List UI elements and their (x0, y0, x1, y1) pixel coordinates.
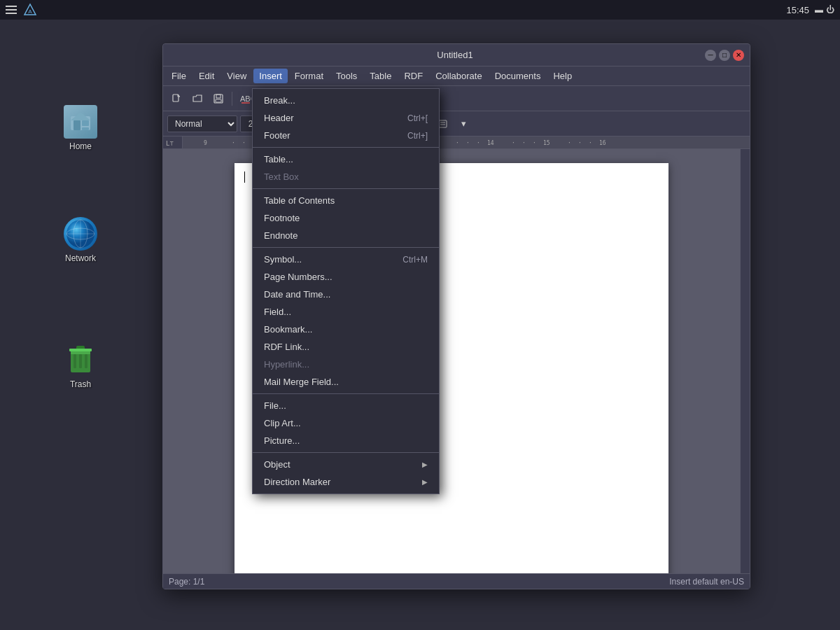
menu-edit[interactable]: Edit (193, 69, 220, 83)
menu-separator (253, 147, 439, 148)
desktop-icon-network[interactable]: Network (52, 217, 108, 263)
menu-item-footnote[interactable]: Footnote (253, 209, 439, 227)
svg-rect-5 (82, 127, 89, 130)
svg-text:·: · (242, 140, 246, 146)
svg-rect-18 (85, 354, 88, 368)
more-button[interactable]: ▾ (454, 115, 472, 133)
menu-item-footer[interactable]: FooterCtrl+] (253, 127, 439, 144)
svg-rect-15 (69, 349, 92, 351)
menu-item-label-break: Break... (264, 95, 295, 106)
menu-item-object[interactable]: Object▶ (253, 456, 439, 473)
menu-item-page_numbers[interactable]: Page Numbers... (253, 268, 439, 286)
window-maximize-button[interactable]: □ (719, 50, 730, 61)
menubar: File Edit View Insert Format Tools Table… (163, 66, 750, 86)
menu-collaborate[interactable]: Collaborate (430, 69, 488, 83)
menu-item-label-footer: Footer (264, 130, 290, 141)
new-doc-button[interactable] (167, 90, 186, 108)
svg-text:15: 15 (543, 140, 550, 146)
menu-insert[interactable]: Insert (253, 69, 288, 83)
menu-item-toc[interactable]: Table of Contents (253, 192, 439, 209)
trash-bin-icon (64, 343, 97, 377)
menu-item-mail_merge[interactable]: Mail Merge Field... (253, 373, 439, 391)
menu-item-clipart[interactable]: Clip Art... (253, 414, 439, 432)
menu-item-label-direction_marker: Direction Marker (264, 477, 330, 487)
menu-documents[interactable]: Documents (489, 69, 547, 83)
menu-item-datetime[interactable]: Date and Time... (253, 286, 439, 303)
menu-shortcut-footer: Ctrl+] (407, 131, 428, 141)
menu-item-break[interactable]: Break... (253, 92, 439, 109)
menu-item-picture[interactable]: Picture... (253, 432, 439, 449)
home-folder-icon (64, 105, 97, 139)
menu-help[interactable]: Help (547, 69, 578, 83)
svg-text:16: 16 (599, 140, 606, 146)
hamburger-menu-icon[interactable] (6, 6, 17, 14)
svg-text:A: A (28, 8, 32, 15)
open-doc-button[interactable] (188, 90, 206, 108)
menu-view[interactable]: View (221, 69, 252, 83)
network-status-icon: ▬ (815, 5, 823, 15)
document-area (163, 149, 750, 573)
svg-text:·: · (512, 140, 515, 146)
network-icon-label: Network (65, 253, 96, 263)
svg-text:·: · (578, 140, 582, 146)
menu-shortcut-symbol: Ctrl+M (402, 255, 428, 265)
svg-text:·: · (232, 140, 235, 146)
home-icon-label: Home (69, 141, 92, 151)
menu-item-symbol[interactable]: Symbol...Ctrl+M (253, 251, 439, 268)
svg-text:·: · (568, 140, 571, 146)
system-bar-right: 15:45 ▬ ⏻ (786, 5, 834, 15)
page-info: Page: 1/1 (169, 577, 204, 587)
submenu-arrow-icon-direction_marker: ▶ (422, 478, 428, 486)
menu-item-bookmark[interactable]: Bookmark... (253, 321, 439, 338)
vertical-scrollbar[interactable] (740, 149, 750, 573)
network-globe-icon (64, 217, 97, 251)
save-doc-button[interactable] (209, 90, 227, 108)
document-scroll[interactable] (163, 149, 740, 573)
menu-file[interactable]: File (166, 69, 192, 83)
menu-rdf[interactable]: RDF (398, 69, 428, 83)
menu-item-file[interactable]: File... (253, 397, 439, 414)
menu-item-label-file: File... (264, 400, 286, 411)
menu-item-label-table: Table... (264, 154, 293, 164)
window-title: Untitled1 (205, 50, 705, 60)
window-titlebar: Untitled1 ─ □ ✕ (163, 44, 750, 66)
window-minimize-button[interactable]: ─ (705, 50, 716, 61)
toolbar-separator-1 (232, 92, 232, 106)
formatbar: Normal 2 ▾ ▾ (163, 111, 750, 136)
menu-item-rdf_link[interactable]: RDF Link... (253, 338, 439, 356)
svg-text:·: · (466, 140, 470, 146)
menu-item-label-clipart: Clip Art... (264, 418, 301, 428)
menu-item-table[interactable]: Table... (253, 150, 439, 168)
system-bar-left: A (6, 2, 38, 18)
desktop-icon-trash[interactable]: Trash (52, 343, 108, 389)
toolbar: ABC Page Width ▾ R (163, 86, 750, 111)
menu-item-direction_marker[interactable]: Direction Marker▶ (253, 473, 439, 491)
menu-item-label-symbol: Symbol... (264, 254, 302, 265)
window-close-button[interactable]: ✕ (733, 50, 744, 61)
menu-format[interactable]: Format (289, 69, 329, 83)
svg-rect-23 (216, 99, 221, 102)
paragraph-style-select[interactable]: Normal (167, 115, 237, 132)
svg-text:ABC: ABC (240, 94, 251, 103)
menu-item-label-picture: Picture... (264, 435, 300, 446)
svg-rect-16 (74, 354, 76, 368)
menu-separator (253, 247, 439, 248)
power-icon: ⏻ (826, 5, 834, 15)
menu-item-label-textbox: Text Box (264, 172, 299, 182)
menu-tools[interactable]: Tools (330, 69, 363, 83)
desktop-icon-home[interactable]: Home (52, 105, 108, 151)
menu-item-label-field: Field... (264, 307, 291, 317)
svg-rect-4 (82, 120, 89, 126)
menu-item-textbox: Text Box (253, 168, 439, 186)
menu-table[interactable]: Table (364, 69, 397, 83)
menu-item-label-mail_merge: Mail Merge Field... (264, 377, 339, 387)
insert-dropdown-menu: Break...HeaderCtrl+[FooterCtrl+]Table...… (252, 88, 440, 494)
submenu-arrow-icon-object: ▶ (422, 461, 428, 468)
menu-separator (253, 452, 439, 453)
menu-item-label-header: Header (264, 113, 294, 123)
menu-item-header[interactable]: HeaderCtrl+[ (253, 109, 439, 127)
menu-item-field[interactable]: Field... (253, 303, 439, 321)
menu-item-endnote[interactable]: Endnote (253, 227, 439, 244)
svg-text:L⊤: L⊤ (166, 140, 174, 147)
document-window: Untitled1 ─ □ ✕ File Edit View Insert Fo… (162, 43, 750, 589)
